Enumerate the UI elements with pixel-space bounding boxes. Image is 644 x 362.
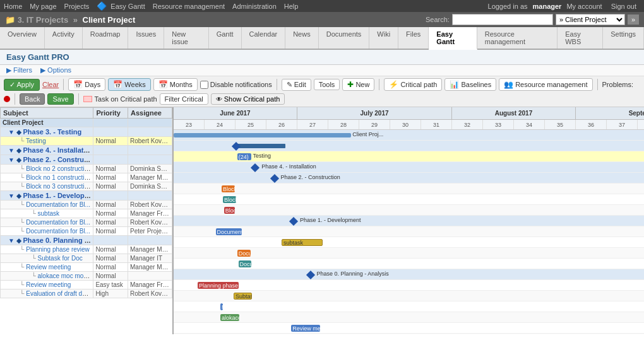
- nav-projects[interactable]: Projects: [64, 3, 90, 10]
- nav-mypage[interactable]: My page: [30, 3, 56, 10]
- disable-notifications-label[interactable]: Disable notifications: [200, 81, 272, 89]
- gantt-bar[interactable]: Block no 2 constructing: [222, 185, 235, 192]
- tools-button[interactable]: Tools: [314, 79, 340, 90]
- task-label[interactable]: Block no 1 constructing: [26, 174, 91, 181]
- tab-overview[interactable]: Overview: [0, 27, 45, 49]
- task-label: Client Project: [3, 119, 43, 126]
- tab-news[interactable]: News: [285, 27, 319, 49]
- weeks-button[interactable]: 📅Weeks: [108, 78, 150, 91]
- phase-label[interactable]: Phase 2. - Construction: [23, 156, 93, 163]
- months-button[interactable]: 📅Months: [153, 78, 198, 91]
- days-button[interactable]: 📅Days: [68, 78, 105, 91]
- nav-admin[interactable]: Administration: [232, 3, 277, 10]
- clear-button[interactable]: Clear: [42, 81, 59, 88]
- my-account-link[interactable]: My account: [566, 3, 602, 10]
- tab-files[interactable]: Files: [398, 27, 429, 49]
- phase-label[interactable]: Phase 1. - Development: [23, 192, 93, 199]
- phase-label[interactable]: Phase 3. - Testing: [23, 128, 81, 136]
- filter-row: ▶ Filters ▶ Options: [0, 65, 644, 76]
- critical-path-button[interactable]: ⚡ Critical path: [384, 78, 442, 91]
- nav-resource[interactable]: Resource management: [153, 3, 225, 10]
- phase-toggle[interactable]: ▼: [8, 192, 15, 199]
- sign-out-link[interactable]: Sign out: [611, 3, 636, 10]
- phase-label[interactable]: Phase 0. Planning - Analysis: [23, 236, 93, 244]
- task-label[interactable]: Review meeting: [26, 281, 71, 288]
- search-btn[interactable]: »: [628, 15, 639, 25]
- baselines-button[interactable]: 📊 Baselines: [444, 78, 496, 91]
- save-button[interactable]: Save: [47, 93, 73, 105]
- gantt-bar[interactable]: [237, 144, 285, 148]
- phase-toggle[interactable]: ▼: [8, 237, 15, 244]
- tab-documents[interactable]: Documents: [319, 27, 370, 49]
- task-label[interactable]: alokace moc moc mc...: [38, 272, 93, 279]
- apply-button[interactable]: ✓ Apply: [4, 79, 40, 91]
- task-subject-cell: ▼ ◆ Phase 4. - Installation: [1, 146, 93, 155]
- nav-home[interactable]: Home: [4, 3, 22, 10]
- options-toggle[interactable]: ▶ Options: [40, 66, 71, 74]
- task-label[interactable]: Evaluation of draft doc...: [26, 290, 93, 297]
- edit-button[interactable]: ✎ Edit: [282, 79, 311, 91]
- gantt-bar[interactable]: Documentation for Block no 1: [237, 250, 251, 257]
- tab-easywbs[interactable]: Easy WBS: [558, 27, 603, 49]
- task-label[interactable]: Documentation for Bl...: [26, 219, 90, 226]
- gantt-bar[interactable]: Documentation for Block no 3: [239, 260, 252, 267]
- col-subject[interactable]: Subject: [1, 108, 93, 119]
- tab-calendar[interactable]: Calendar: [242, 27, 286, 49]
- gantt-bar[interactable]: Review meeting: [291, 325, 320, 332]
- tab-issues[interactable]: Issues: [128, 27, 164, 49]
- task-label[interactable]: Planning phase review: [26, 246, 90, 253]
- task-assignee-cell: [128, 272, 172, 281]
- task-label[interactable]: Block no 2 constructing: [26, 165, 91, 172]
- right-panel[interactable]: June 2017July 2017August 2017September 2…: [174, 107, 644, 334]
- phase-toggle[interactable]: ▼: [8, 129, 15, 136]
- task-label[interactable]: Review meeting: [26, 264, 71, 271]
- task-label[interactable]: Documentation for Bl...: [26, 201, 90, 208]
- disable-notifications-checkbox[interactable]: [200, 81, 208, 89]
- gantt-bar[interactable]: alokace moc moc moc: [220, 314, 239, 321]
- phase-label[interactable]: Phase 4. - Installation: [23, 146, 93, 154]
- tab-activity[interactable]: Activity: [45, 27, 83, 49]
- filters-toggle[interactable]: ▶ Filters: [6, 66, 32, 74]
- search-scope-select[interactable]: » Client Project: [556, 14, 625, 25]
- task-label[interactable]: Testing: [26, 137, 46, 144]
- gantt-bar[interactable]: subtask: [282, 239, 323, 246]
- tab-roadmap[interactable]: Roadmap: [83, 27, 129, 49]
- task-label[interactable]: subtask: [38, 210, 59, 217]
- show-critical-path-button[interactable]: 👁 Show Critical path: [211, 93, 285, 105]
- nav-help[interactable]: Help: [284, 3, 299, 10]
- week-cell: 28: [328, 120, 359, 129]
- phase-toggle[interactable]: ▼: [8, 156, 15, 163]
- task-tree-icon: └: [20, 174, 24, 181]
- filter-critical-button[interactable]: Filter Critical: [160, 93, 208, 105]
- gantt-bar[interactable]: (24): [237, 153, 252, 160]
- tab-gantt[interactable]: Gantt: [209, 27, 242, 49]
- task-tree-icon: └: [20, 201, 24, 208]
- problems-dot[interactable]: [4, 96, 10, 102]
- phase-toggle[interactable]: ▼: [8, 147, 15, 154]
- search-input[interactable]: [452, 14, 553, 25]
- tab-resource-mgmt[interactable]: Resource management: [477, 27, 558, 49]
- table-row: └ Review meeting Normal Manager Manager: [1, 263, 172, 272]
- tab-newissue[interactable]: New issue: [164, 27, 208, 49]
- gantt-row: Phase 0. Planning - Analysis: [174, 269, 644, 280]
- resource-management-button[interactable]: 👥 Resource management: [499, 78, 592, 91]
- tab-settings[interactable]: Settings: [603, 27, 644, 49]
- gantt-bar[interactable]: Review meeting: [220, 303, 223, 310]
- col-assignee[interactable]: Assignee: [128, 108, 172, 119]
- gantt-bar[interactable]: Planning phase review: [198, 282, 239, 289]
- gantt-bar[interactable]: Documentation for Block no 2: [216, 228, 242, 235]
- back-button[interactable]: Back: [20, 93, 45, 105]
- task-label[interactable]: Block no 3 constructing: [26, 183, 91, 190]
- gantt-bar[interactable]: [174, 133, 351, 137]
- new-button[interactable]: ✚ New: [342, 78, 374, 91]
- col-priority[interactable]: Priority: [93, 108, 128, 119]
- phase-icon: ◆: [16, 156, 21, 163]
- gantt-bar[interactable]: Block no 1 constructing: [223, 196, 236, 203]
- gantt-bar[interactable]: Block no 3 constructing: [224, 207, 235, 214]
- tab-easygantt[interactable]: Easy Gantt: [429, 27, 477, 50]
- tab-wiki[interactable]: Wiki: [369, 27, 398, 49]
- task-label[interactable]: Subtask for Doc: [38, 255, 83, 262]
- nav-easygant[interactable]: Easy Gantt: [110, 3, 145, 10]
- task-label[interactable]: Documentation for Bl...: [26, 228, 90, 235]
- gantt-bar[interactable]: Subtask for Doc: [234, 293, 252, 300]
